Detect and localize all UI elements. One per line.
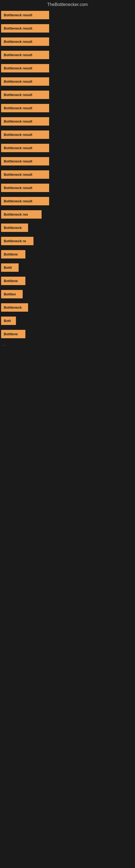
bottleneck-result-badge[interactable]: Bottleneck [1, 303, 28, 312]
bottleneck-result-badge[interactable]: Bottleneck re [1, 237, 34, 245]
bottleneck-row: Bottleneck result [0, 155, 135, 168]
bottleneck-result-badge[interactable]: Bottleneck result [1, 51, 49, 59]
bottleneck-row: Bottleneck re [0, 235, 135, 248]
bottleneck-result-badge[interactable]: Bottl [1, 264, 18, 272]
site-title: TheBottlenecker.com [0, 0, 135, 9]
bottleneck-result-badge[interactable]: Bottleneck result [1, 64, 49, 72]
bottleneck-row: Bottlene [0, 248, 135, 261]
bottleneck-result-badge[interactable]: Bottleneck result [1, 11, 49, 19]
bottleneck-result-badge[interactable]: Bottleneck result [1, 184, 49, 192]
bottleneck-row: Bottleneck result [0, 102, 135, 115]
bottleneck-result-badge[interactable]: Bottleneck result [1, 24, 49, 33]
bottleneck-result-badge[interactable]: Bottleneck result [1, 77, 49, 86]
bottleneck-result-badge[interactable]: Bottlene [1, 330, 26, 338]
bottleneck-row: Bottleneck result [0, 169, 135, 182]
bottleneck-row: Bottleneck result [0, 9, 135, 22]
bottleneck-row: Bottleneck result [0, 182, 135, 195]
bottleneck-result-badge[interactable]: Bottleneck result [1, 157, 49, 165]
bottleneck-result-badge[interactable]: Bottlene [1, 250, 26, 258]
bottleneck-row: Bottleneck result [0, 142, 135, 155]
bottleneck-row: Bottleneck result [0, 116, 135, 128]
bottleneck-row: Bottleneck result [0, 195, 135, 208]
bottleneck-result-badge[interactable]: Bottlene [1, 277, 26, 285]
bottleneck-result-badge[interactable]: Bottleneck result [1, 91, 49, 99]
bottleneck-result-badge[interactable]: Bottleneck res [1, 210, 42, 219]
bottleneck-row: Bottleneck result [0, 36, 135, 49]
bottleneck-row: Bott [0, 315, 135, 328]
bottleneck-row: Bottlene [0, 275, 135, 288]
bottleneck-result-badge[interactable]: Bottleneck result [1, 117, 49, 126]
bottleneck-result-badge[interactable]: Bottleneck result [1, 170, 49, 179]
bottleneck-result-badge[interactable]: Bottleneck result [1, 37, 49, 46]
bottleneck-row: Bottleneck res [0, 209, 135, 221]
bottleneck-row: Bottleneck result [0, 49, 135, 62]
bottleneck-result-badge[interactable]: Bott [1, 316, 16, 325]
bottleneck-row: Bottleneck result [0, 129, 135, 142]
bottleneck-row: Bottleneck [0, 222, 135, 235]
bottleneck-result-badge[interactable]: Bottleneck result [1, 144, 49, 152]
bottleneck-row: Bottleneck result [0, 76, 135, 88]
bottleneck-row: Bottleneck result [0, 89, 135, 102]
bottleneck-row: Bottlene [0, 328, 135, 341]
bottleneck-result-badge[interactable]: Bottleneck result [1, 130, 49, 139]
bottleneck-result-badge[interactable]: Bottleneck result [1, 197, 49, 205]
bottleneck-row: Bottleneck result [0, 23, 135, 35]
bottleneck-result-badge[interactable]: Bottleneck result [1, 104, 49, 112]
bottleneck-result-badge[interactable]: Bottleneck [1, 223, 28, 232]
bottleneck-row: Bottleneck result [0, 62, 135, 75]
bottleneck-row: Bottl [0, 262, 135, 275]
bottleneck-result-badge[interactable]: Bottlen [1, 290, 23, 299]
ellipsis-indicator: ... [0, 341, 135, 347]
bottleneck-row: Bottlen [0, 288, 135, 301]
bottleneck-row: Bottleneck [0, 302, 135, 314]
